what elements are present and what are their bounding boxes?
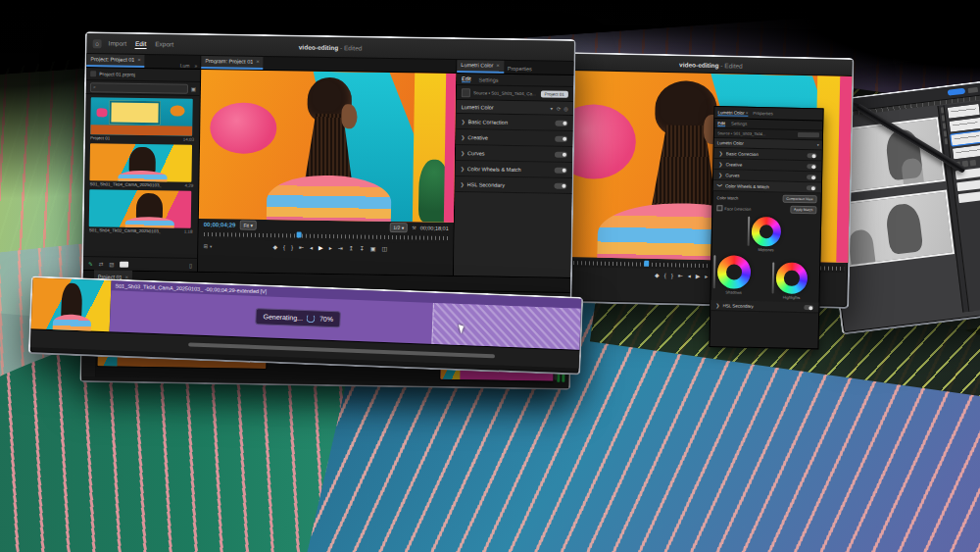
clip-chip[interactable]: Project 01 [541, 90, 568, 97]
step-forward-button[interactable]: ▸ [329, 245, 332, 251]
tab-project[interactable]: Project: Project 01 × [86, 53, 145, 68]
comparison-view-chip[interactable]: Comparison View [782, 195, 817, 204]
add-marker-button[interactable]: ◆ [272, 244, 277, 250]
dropdown-caret-icon: ▾ [551, 105, 554, 111]
subtab-edit[interactable]: Edit [717, 121, 725, 126]
section-hsl-secondary[interactable]: ❯ HSL Secondary [710, 300, 818, 313]
fx-toggle[interactable] [555, 135, 567, 141]
close-icon[interactable]: × [496, 63, 500, 69]
shadows-slider[interactable] [713, 255, 716, 288]
subtab-settings[interactable]: Settings [731, 121, 747, 125]
zoom-level-dropdown[interactable]: Fit ▾ [239, 221, 257, 230]
fx-toggle[interactable] [804, 305, 813, 310]
shadows-wheel[interactable] [717, 255, 752, 289]
timeline-hscrollbar[interactable] [188, 342, 495, 358]
fx-toggle[interactable] [807, 185, 816, 190]
trash-icon[interactable]: ▯ [189, 262, 192, 268]
go-to-in-button[interactable]: ⇤ [299, 245, 304, 251]
tab-lumetri-color[interactable]: Lumetri Color × [717, 110, 748, 117]
checkbox-icon[interactable] [716, 205, 722, 211]
midtones-wheel[interactable] [752, 217, 782, 247]
home-icon[interactable]: ⌂ [93, 39, 102, 48]
search-input[interactable]: ⌕ [90, 82, 188, 94]
grid-view-icon[interactable] [90, 71, 96, 76]
playback-resolution-dropdown[interactable]: 1/2 ▾ [389, 223, 408, 232]
subtab-settings[interactable]: Settings [479, 76, 499, 82]
layer-swatch[interactable] [958, 190, 980, 203]
preset-dropdown[interactable]: Lumetri Color [462, 104, 551, 111]
highlights-wheel[interactable] [776, 262, 808, 294]
lift-button[interactable]: ↥ [349, 245, 354, 251]
play-button[interactable]: ▶ [318, 245, 323, 251]
close-icon[interactable]: × [137, 57, 141, 63]
scope-icon[interactable]: ◎ [564, 105, 567, 111]
share-button[interactable] [948, 88, 966, 96]
step-back-button[interactable]: ◂ [310, 245, 313, 251]
apply-match-chip[interactable]: Apply Match [790, 206, 816, 215]
section-curves[interactable]: ❯ Curves [456, 145, 572, 163]
project-item[interactable]: S01_Sh04_Tk02_CamB_20250103_ 1;18 [89, 189, 194, 234]
panel-overflow-icon[interactable]: » [191, 63, 200, 69]
tab-lumetri-overflow[interactable]: Lum [178, 63, 192, 69]
fx-toggle[interactable] [555, 167, 567, 173]
fx-toggle[interactable] [808, 153, 817, 158]
mark-in-button[interactable]: { [283, 244, 285, 250]
tab-export[interactable]: Export [155, 40, 173, 49]
clip-label: S01_Sh03_Tk04_CamA_20250103_ -00;00;04;2… [115, 283, 267, 295]
fx-toggle[interactable] [807, 175, 816, 179]
tab-import[interactable]: Import [109, 39, 127, 48]
step-forward-button[interactable]: ▸ [705, 274, 708, 279]
step-back-button[interactable]: ◂ [688, 274, 691, 279]
mark-in-button[interactable]: { [664, 273, 666, 278]
new-bin-icon[interactable]: ▤ [109, 261, 114, 267]
window-controls-icon[interactable] [968, 86, 979, 92]
section-basic-correction[interactable]: ❯ Basic Correction [456, 114, 572, 131]
midtones-slider[interactable] [748, 217, 751, 246]
play-button[interactable]: ▶ [696, 274, 701, 279]
preset-dropdown[interactable]: Lumetri Color [717, 140, 817, 147]
close-icon[interactable]: × [256, 59, 260, 65]
export-frame-button[interactable]: ▣ [370, 246, 376, 252]
clip-chip[interactable] [798, 132, 819, 137]
brush-stroke-thumb-selected[interactable] [951, 131, 980, 146]
brush-stroke-thumb[interactable] [950, 118, 980, 132]
brush-stroke-thumb[interactable] [948, 104, 980, 119]
fx-toggle[interactable] [554, 182, 566, 188]
section-color-wheels-match[interactable]: ❯ Color Wheels & Match [456, 161, 572, 178]
mark-out-button[interactable]: } [671, 273, 673, 278]
face-detection-checkbox[interactable]: Face Detection [716, 205, 751, 212]
clip-thumbnail [31, 277, 112, 331]
mark-out-button[interactable]: } [291, 244, 293, 250]
tab-lumetri-color[interactable]: Lumetri Color × [457, 59, 504, 74]
layer-swatch[interactable] [956, 178, 980, 191]
tab-properties[interactable]: Properties [753, 111, 773, 116]
extract-button[interactable]: ↧ [360, 246, 365, 252]
panel-icon[interactable] [970, 160, 977, 167]
fx-toggle[interactable] [555, 151, 567, 157]
tab-program[interactable]: Program: Project 01 × [201, 55, 264, 70]
tab-edit[interactable]: Edit [135, 39, 146, 48]
settings-wrench-icon[interactable]: ⚒ [412, 225, 416, 230]
project-item[interactable]: S01_Sh01_Tk04_CamA_20250103_ 4;29 [89, 143, 194, 188]
comparison-view-button[interactable]: ◫ [382, 246, 388, 252]
settings-grid-icon[interactable]: ⊞ [203, 243, 208, 249]
project-item[interactable]: Project 01 14;03 [90, 97, 195, 142]
go-to-in-button[interactable]: ⇤ [678, 273, 683, 278]
link-icon[interactable]: ⇄ [99, 261, 104, 267]
brush-stroke-thumb[interactable] [953, 145, 980, 160]
pen-tool-icon[interactable]: ✎ [88, 261, 93, 267]
playhead[interactable] [297, 232, 302, 238]
fx-toggle[interactable] [807, 164, 816, 169]
folder-icon[interactable]: ▣ [191, 85, 196, 91]
section-hsl-secondary[interactable]: ❯ HSL Secondary [455, 176, 571, 194]
reset-icon[interactable]: ⟳ [557, 105, 561, 111]
tab-properties[interactable]: Properties [504, 66, 536, 75]
fx-toggle[interactable] [555, 120, 567, 125]
add-marker-button[interactable]: ◆ [655, 273, 660, 278]
section-creative[interactable]: ❯ Creative [456, 129, 572, 147]
subtab-edit[interactable]: Edit [462, 75, 471, 82]
new-item-icon[interactable] [120, 261, 128, 267]
playhead[interactable] [644, 261, 649, 267]
go-to-out-button[interactable]: ⇥ [338, 245, 343, 251]
highlights-slider[interactable] [772, 262, 775, 293]
